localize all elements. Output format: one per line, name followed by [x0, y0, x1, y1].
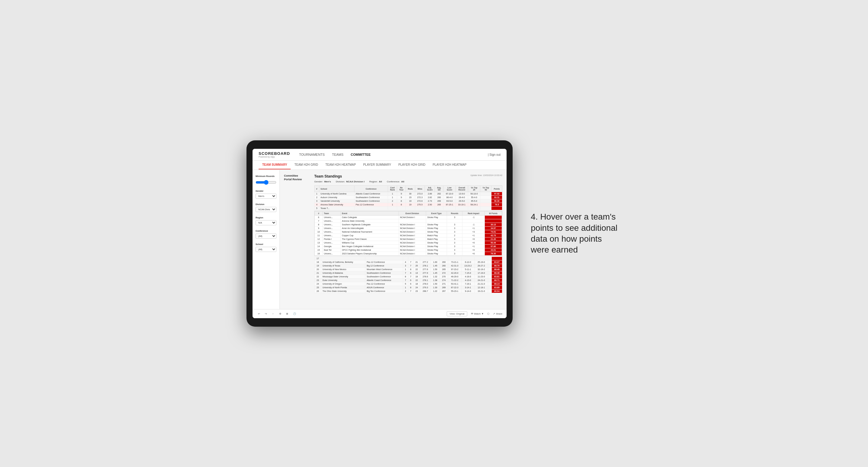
sidebar-minimum-rounds: Minimum Rounds	[255, 175, 276, 185]
clock-button[interactable]: 🕐	[292, 312, 297, 316]
expanded-detail-section: # Team Event Event Division Event Type R…	[314, 211, 502, 256]
col-rnds: Rnds	[406, 186, 415, 192]
standings-title: Team Standings	[314, 174, 342, 179]
col-conf-rank: ConfRank	[388, 186, 397, 192]
detail-col-team: Team	[322, 211, 341, 216]
detail-row[interactable]: 12 Florida I The Cypress Point Classic N…	[315, 238, 502, 241]
toolbar-right: View: Original 👁 Watch ▼ ⬡ ↗ Share	[447, 311, 502, 316]
detail-row[interactable]: 16 Univers... 2023 Sahalee Players Champ…	[315, 252, 502, 256]
redo-button[interactable]: ↪	[264, 312, 268, 316]
update-time-area: Update time: 13/03/2024 10:03:42	[470, 174, 502, 176]
undo-button[interactable]: ↩	[257, 312, 261, 316]
nav-committee[interactable]: COMMITTEE	[351, 152, 371, 158]
table-row[interactable]: 17	[314, 257, 502, 260]
portal-label: Committee Portal Review	[284, 174, 308, 181]
back-button[interactable]: ←	[271, 312, 276, 316]
table-row[interactable]: 2 Auburn University Southeastern Confere…	[314, 196, 502, 199]
filter-conference: Conference: All	[387, 180, 404, 183]
school-select[interactable]: (All)	[255, 247, 276, 252]
main-nav: TOURNAMENTS TEAMS COMMITTEE	[299, 152, 479, 158]
standings-table: # School Conference ConfRank NoTour Rnds…	[314, 185, 502, 210]
detail-col-event: Event	[341, 211, 399, 216]
logo-text: SCOREBOARD	[258, 151, 290, 156]
table-row[interactable]: 24 University of Oregon Pac-12 Conferenc…	[314, 282, 502, 286]
table-row[interactable]: 3 Vanderbilt University Southeastern Con…	[314, 199, 502, 203]
col-points: Points	[492, 186, 502, 192]
standings-header: Team Standings Update time: 13/03/2024 1…	[314, 174, 502, 179]
col-adj-score: Adj.Score	[425, 186, 435, 192]
standings-table-bottom: 17	[314, 256, 502, 293]
col-overall-record: OverallRecord	[456, 186, 468, 192]
detail-col-event-div: Event Division	[399, 211, 426, 216]
grid-button[interactable]: ⊞	[285, 312, 289, 316]
settings-button[interactable]: ⚙	[278, 312, 282, 316]
sign-out[interactable]: | Sign out	[488, 153, 500, 156]
app-header: SCOREBOARD Powered by clipp TOURNAMENTS …	[252, 149, 506, 161]
tab-player-summary[interactable]: PLAYER SUMMARY	[360, 161, 395, 169]
table-row[interactable]: 26 The Ohio State University Big Ten Con…	[314, 289, 502, 293]
table-row[interactable]: 21 University of Alabama Southeastern Co…	[314, 271, 502, 275]
sidebar-conference-label: Conference	[255, 229, 276, 232]
division-select[interactable]: NCAA Division I	[255, 207, 276, 212]
share-button[interactable]: ↗ Share	[493, 312, 502, 315]
tab-player-h2h-grid[interactable]: PLAYER H2H GRID	[395, 161, 429, 169]
table-row[interactable]: 1 University of North Carolina Atlantic …	[314, 192, 502, 196]
table-row[interactable]: 23 Duke University Atlantic Coast Confer…	[314, 279, 502, 282]
committee-portal: Committee Portal Review Team Standings U…	[284, 174, 502, 293]
tab-team-h2h-heatmap[interactable]: TEAM H2H HEATMAP	[322, 161, 360, 169]
action-button[interactable]: ⬡	[487, 312, 489, 315]
annotation-text: 4. Hover over a team's points to see add…	[531, 211, 621, 256]
detail-col-rank-impact: Rank Impact	[462, 211, 485, 216]
toolbar-left: ↩ ↪ ← ⚙ ⊞ 🕐	[257, 312, 297, 316]
conference-select[interactable]: (All)	[255, 234, 276, 239]
tab-player-h2h-heatmap[interactable]: PLAYER H2H HEATMAP	[429, 161, 470, 169]
table-row[interactable]: 5 Texas T...	[314, 207, 502, 210]
table-row[interactable]: 22 Mississippi State University Southeas…	[314, 275, 502, 279]
col-vs-top50: Vs Top50	[480, 186, 492, 192]
sidebar-minimum-rounds-label: Minimum Rounds	[255, 175, 276, 178]
watch-button[interactable]: 👁 Watch ▼	[471, 312, 484, 315]
nav-tournaments[interactable]: TOURNAMENTS	[299, 152, 325, 158]
table-row[interactable]: 25 University of North Florida ASUN Conf…	[314, 286, 502, 289]
detail-row[interactable]: 11 Univers... Copper Cup NCAA Division I…	[315, 234, 502, 238]
main-content: Minimum Rounds Gender Men's Division NCA…	[252, 170, 506, 309]
col-school: School	[319, 186, 354, 192]
annotation: 4. Hover over a team's points to see add…	[531, 211, 621, 256]
table-row[interactable]: 19 University of Texas Big 12 Conference…	[314, 264, 502, 268]
detail-col-rank: #	[315, 211, 323, 216]
view-original-button[interactable]: View: Original	[447, 311, 467, 316]
standings-panel: Team Standings Update time: 13/03/2024 1…	[314, 174, 502, 293]
detail-row[interactable]: 7 Univers... Arizona State University	[315, 219, 502, 223]
minimum-rounds-slider[interactable]	[255, 180, 276, 185]
gender-select[interactable]: Men's	[255, 194, 276, 199]
detail-row[interactable]: 13 Univers... Williams Cup NCAA Division…	[315, 241, 502, 245]
detail-row[interactable]: 15 East Ter OFCC Fighting Illini Invitat…	[315, 248, 502, 252]
region-select[interactable]: N/A	[255, 220, 276, 225]
sidebar-division: Division NCAA Division I	[255, 203, 276, 212]
detail-col-event-type: Event Type	[426, 211, 447, 216]
filter-division: Division: NCAA Division I	[336, 180, 365, 183]
page-wrapper: SCOREBOARD Powered by clipp TOURNAMENTS …	[12, 141, 856, 326]
sidebar-gender-label: Gender	[255, 190, 276, 192]
nav-teams[interactable]: TEAMS	[332, 152, 344, 158]
detail-row[interactable]: 9 Univers... Amer An Intercollegiate NCA…	[315, 226, 502, 230]
col-low-score: LowScore	[443, 186, 456, 192]
detail-row[interactable]: 10 Univers... National Invitational Tour…	[315, 230, 502, 234]
sidebar: Minimum Rounds Gender Men's Division NCA…	[252, 170, 280, 309]
table-row[interactable]: 20 University of New Mexico Mountain Wes…	[314, 268, 502, 271]
table-row[interactable]: 18 University of California, Berkeley Pa…	[314, 260, 502, 264]
detail-row[interactable]: 8 Univers... Southern Highlands Collegia…	[315, 223, 502, 226]
detail-col-rounds: Rounds	[447, 211, 462, 216]
detail-row[interactable]: 14 Georgia Ben Hogan Collegiate Invitati…	[315, 245, 502, 248]
detail-row[interactable]: 6 Univers... Cabo Collegiate NCAA Divisi…	[315, 216, 502, 219]
detail-col-w-points: W Points	[485, 211, 502, 216]
col-wins: Wins	[415, 186, 425, 192]
table-row-selected[interactable]: 4 Arizona State University Pac-12 Confer…	[314, 203, 502, 207]
logo-powered: Powered by clipp	[258, 156, 290, 158]
tab-team-summary[interactable]: TEAM SUMMARY	[258, 161, 291, 169]
tab-team-h2h-grid[interactable]: TEAM H2H GRID	[291, 161, 321, 169]
sidebar-conference: Conference (All)	[255, 229, 276, 239]
sidebar-region-label: Region	[255, 216, 276, 219]
col-conference: Conference	[354, 186, 388, 192]
portal-title: Committee Portal Review	[284, 174, 308, 181]
